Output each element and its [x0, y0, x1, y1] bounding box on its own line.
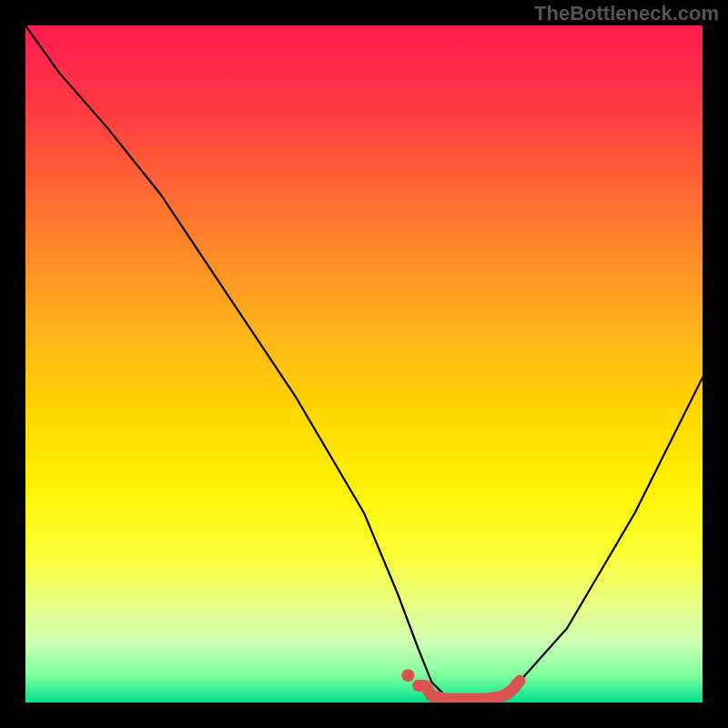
highlight-dot: [401, 669, 414, 682]
bottleneck-curve-line: [25, 25, 703, 699]
chart-svg: [25, 25, 703, 703]
chart-plot-area: [25, 25, 703, 703]
watermark-text: TheBottleneck.com: [534, 2, 719, 25]
